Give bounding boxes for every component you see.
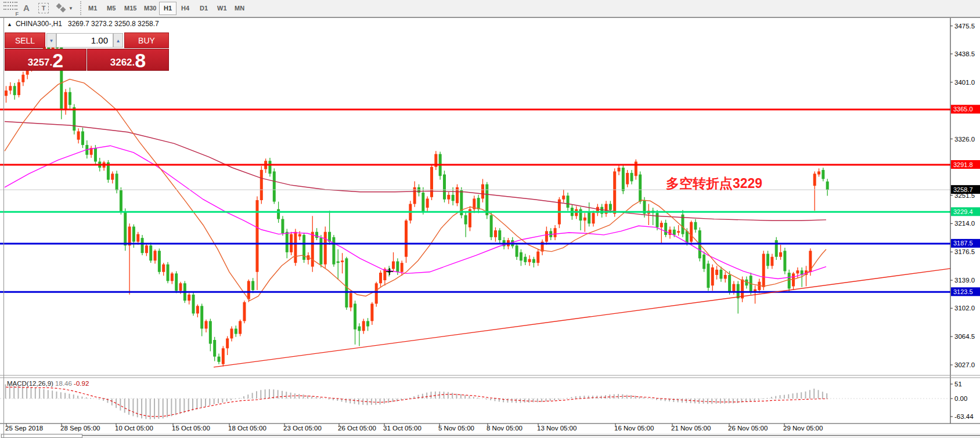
svg-text:-63.44: -63.44 — [954, 413, 974, 420]
buy-price-main: 3262 — [110, 57, 132, 68]
price-axis-badges: 3365.03291.83258.73229.43187.53123.5 — [951, 105, 980, 296]
svg-text:MACD(12,26,9) 18.46 -0.92: MACD(12,26,9) 18.46 -0.92 — [7, 380, 89, 387]
svg-text:3258.7: 3258.7 — [953, 186, 973, 193]
ohlc-values: 3269.7 3273.2 3250.8 3258.7 — [68, 20, 159, 28]
chart-cross-mark — [386, 268, 393, 275]
svg-text:3291.8: 3291.8 — [953, 161, 973, 168]
volume-decrease-button[interactable]: ▼ — [46, 33, 56, 48]
svg-text:26 Nov 05:00: 26 Nov 05:00 — [728, 425, 768, 432]
chart-title: ▲CHINA300-,H13269.7 3273.2 3250.8 3258.7 — [7, 20, 159, 28]
buy-price-display[interactable]: 3262.8 — [87, 49, 169, 71]
sell-price-pips: 2 — [52, 52, 63, 68]
svg-text:13 Nov 05:00: 13 Nov 05:00 — [537, 425, 577, 432]
candlestick-series — [5, 41, 829, 366]
chart-annotation-text: 多空转折点3229 — [666, 175, 762, 193]
svg-text:3187.5: 3187.5 — [953, 240, 973, 247]
svg-text:3475.5: 3475.5 — [954, 23, 975, 30]
svg-text:3102.0: 3102.0 — [954, 305, 975, 312]
toolbar-separator — [80, 1, 83, 15]
svg-text:5 Nov 05:00: 5 Nov 05:00 — [438, 425, 474, 432]
shapes-tool-icon[interactable]: ▼ — [56, 2, 73, 15]
ascending-trendline[interactable] — [214, 269, 950, 367]
fibonacci-tool-label: F — [16, 11, 19, 17]
svg-text:29 Nov 05:00: 29 Nov 05:00 — [783, 425, 823, 432]
text-box-tool-icon[interactable]: T — [38, 3, 49, 13]
svg-text:31 Oct 05:00: 31 Oct 05:00 — [383, 425, 421, 432]
svg-text:3176.5: 3176.5 — [954, 248, 975, 255]
tab-timeframe-w1[interactable]: W1 — [212, 2, 232, 15]
svg-text:10 Oct 05:00: 10 Oct 05:00 — [115, 425, 153, 432]
svg-text:3123.5: 3123.5 — [953, 288, 973, 295]
collapse-arrow-icon[interactable]: ▲ — [7, 21, 12, 27]
svg-text:16 Nov 05:00: 16 Nov 05:00 — [614, 425, 654, 432]
svg-text:21 Nov 05:00: 21 Nov 05:00 — [671, 425, 711, 432]
volume-input[interactable] — [56, 33, 113, 48]
sell-price-main: 3257 — [28, 57, 50, 68]
trading-platform-window: F A T ▼ M1 M5 M15 M30 H1 H4 D1 W1 MN ▲CH… — [0, 0, 980, 438]
tab-timeframe-mn[interactable]: MN — [230, 2, 249, 15]
svg-text:28 Sep 05:00: 28 Sep 05:00 — [60, 425, 100, 432]
scrollbar-track-line — [82, 435, 980, 436]
svg-text:3027.0: 3027.0 — [954, 361, 975, 368]
date-axis[interactable]: 25 Sep 201828 Sep 05:0010 Oct 05:0015 Oc… — [5, 423, 823, 432]
volume-increase-button[interactable]: ▲ — [113, 33, 123, 48]
svg-text:8 Nov 05:00: 8 Nov 05:00 — [487, 425, 523, 432]
symbol-name: CHINA300-,H1 — [16, 20, 62, 28]
price-axis[interactable]: 3475.53438.53401.03326.03251.53214.03176… — [950, 23, 975, 368]
svg-text:25 Sep 2018: 25 Sep 2018 — [5, 425, 43, 432]
tab-timeframe-h4[interactable]: H4 — [176, 2, 194, 15]
tab-timeframe-m15[interactable]: M15 — [120, 2, 141, 15]
one-click-trading-panel: SELL ▼ ▲ BUY 3257.2 3262.8 — [5, 32, 169, 71]
tab-timeframe-m30[interactable]: M30 — [139, 2, 161, 15]
tab-timeframe-m1[interactable]: M1 — [84, 2, 102, 15]
svg-text:3214.0: 3214.0 — [954, 220, 975, 227]
fibonacci-tool-icon[interactable]: F — [3, 2, 17, 15]
top-toolbar: F A T ▼ M1 M5 M15 M30 H1 H4 D1 W1 MN — [0, 0, 980, 17]
svg-text:3064.5: 3064.5 — [954, 333, 975, 340]
chevron-down-icon[interactable]: ▼ — [69, 6, 73, 11]
buy-button[interactable]: BUY — [124, 32, 169, 48]
buy-price-pips: 8 — [135, 52, 146, 68]
scrollbar-thumb[interactable] — [1, 434, 82, 438]
tab-timeframe-d1[interactable]: D1 — [195, 2, 212, 15]
svg-text:26 Oct 05:00: 26 Oct 05:00 — [338, 425, 376, 432]
svg-text:3438.5: 3438.5 — [954, 50, 975, 57]
chart-window-left-border — [3, 18, 4, 438]
text-label-tool-icon[interactable]: A — [23, 2, 30, 16]
svg-text:23 Oct 05:00: 23 Oct 05:00 — [283, 425, 322, 432]
svg-text:51: 51 — [954, 381, 962, 388]
svg-text:3139.0: 3139.0 — [954, 277, 975, 284]
svg-text:15 Oct 05:00: 15 Oct 05:00 — [172, 425, 210, 432]
svg-text:0.00: 0.00 — [954, 395, 967, 402]
svg-text:3326.0: 3326.0 — [954, 136, 975, 143]
macd-indicator-panel[interactable]: 510.00-63.44MACD(12,26,9) 18.46 -0.92 — [0, 380, 974, 420]
svg-text:18 Oct 05:00: 18 Oct 05:00 — [228, 425, 266, 432]
svg-text:3401.0: 3401.0 — [954, 79, 975, 86]
svg-text:3229.4: 3229.4 — [953, 208, 973, 215]
sell-price-display[interactable]: 3257.2 — [5, 49, 87, 71]
svg-text:3365.0: 3365.0 — [953, 106, 973, 113]
tab-timeframe-h1[interactable]: H1 — [159, 2, 176, 15]
tab-timeframe-m5[interactable]: M5 — [102, 2, 120, 15]
horizontal-scrollbar[interactable] — [0, 433, 980, 438]
sell-button[interactable]: SELL — [5, 32, 45, 48]
